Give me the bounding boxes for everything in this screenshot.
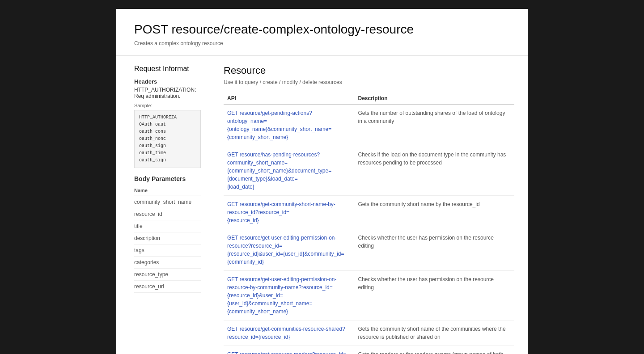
table-row: GET resource/get-user-editing-permission… <box>224 229 514 271</box>
api-cell-2[interactable]: GET resource/get-community-short-name-by… <box>224 196 355 229</box>
api-cell-1[interactable]: GET resource/has-pending-resources?commu… <box>224 146 355 196</box>
sample-label: Sample: <box>134 103 201 108</box>
http-auth-label: HTTP_AUTHORIZATION <box>134 87 195 93</box>
param-item-3: title <box>134 220 201 232</box>
api-cell-0[interactable]: GET resource/get-pending-actions?ontolog… <box>224 105 355 146</box>
table-row: GET resource/get-user-editing-permission… <box>224 271 514 320</box>
param-item-7: resource_type <box>134 269 201 281</box>
col-api-header: API <box>224 93 355 105</box>
param-item-2: resource_id <box>134 208 201 220</box>
content-card: POST resource/create-complex-ontology-re… <box>116 9 528 354</box>
left-panel: Request Informat Headers HTTP_AUTHORIZAT… <box>116 65 210 354</box>
desc-cell-0: Gets the number of outstanding shares of… <box>355 105 515 146</box>
request-info-title: Request Informat <box>134 65 201 73</box>
table-row: GET resource/get-community-short-name-by… <box>224 196 514 229</box>
top-section: POST resource/create-complex-ontology-re… <box>116 9 528 56</box>
desc-cell-2: Gets the community short name by the res… <box>355 196 515 229</box>
param-header: Name <box>134 186 201 195</box>
api-cell-5[interactable]: GET resource/get-communities-resource-sh… <box>224 320 355 346</box>
body-params-title: Body Parameters <box>134 175 201 182</box>
http-auth-value: HTTP_AUTHORIZATION: Req administration. <box>134 87 201 99</box>
table-row: GET resource/get-resource-readers?resour… <box>224 346 514 354</box>
table-row: GET resource/get-communities-resource-sh… <box>224 320 514 346</box>
param-item-8: resource_url <box>134 281 201 293</box>
main-body: Request Informat Headers HTTP_AUTHORIZAT… <box>116 56 528 354</box>
page-title: POST resource/create-complex-ontology-re… <box>134 22 510 37</box>
api-cell-6[interactable]: GET resource/get-resource-readers?resour… <box>224 346 355 354</box>
api-cell-4[interactable]: GET resource/get-user-editing-permission… <box>224 271 355 320</box>
page-wrapper: POST resource/create-complex-ontology-re… <box>0 0 644 354</box>
page-subtitle: Creates a complex ontology resource <box>134 40 510 46</box>
right-panel: Resource Use it to query / create / modi… <box>210 65 528 354</box>
sample-code-box: HTTP_AUTHORIZA OAuth oaut oauth_cons oau… <box>134 110 201 168</box>
param-item-4: description <box>134 232 201 244</box>
param-item-5: tags <box>134 244 201 257</box>
param-item-1: community_short_name <box>134 196 201 208</box>
desc-cell-3: Checks whether the user has permission o… <box>355 229 515 271</box>
api-cell-3[interactable]: GET resource/get-user-editing-permission… <box>224 229 355 271</box>
resource-title: Resource <box>224 65 514 76</box>
sample-code-text: HTTP_AUTHORIZA OAuth oaut oauth_cons oau… <box>139 115 177 163</box>
resource-subtitle: Use it to query / create / modify / dele… <box>224 79 514 85</box>
col-desc-header: Description <box>355 93 515 105</box>
desc-cell-4: Checks whether the user has permission o… <box>355 271 515 320</box>
headers-label: Headers <box>134 78 201 85</box>
api-table: API Description GET resource/get-pending… <box>224 93 514 354</box>
desc-cell-5: Gets the community short name of the com… <box>355 320 515 346</box>
param-item-6: categories <box>134 257 201 269</box>
table-row: GET resource/get-pending-actions?ontolog… <box>224 105 514 146</box>
table-row: GET resource/has-pending-resources?commu… <box>224 146 514 196</box>
desc-cell-6: Gets the readers or the readers groups (… <box>355 346 515 354</box>
desc-cell-1: Checks if the load on the document type … <box>355 146 515 196</box>
